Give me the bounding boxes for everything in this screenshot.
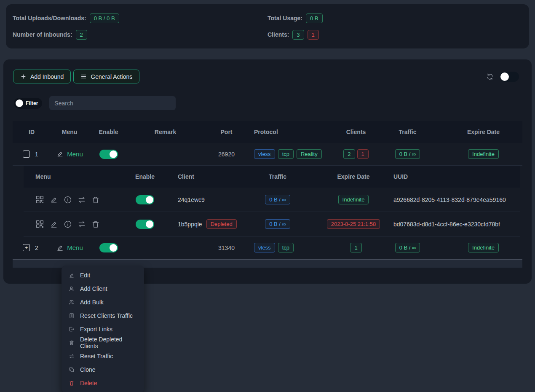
traffic-badge: 0 B / ∞	[395, 243, 420, 252]
clients-active-badge: 3	[292, 30, 304, 40]
refresh-icon	[486, 73, 494, 81]
header-traffic: Traffic	[371, 129, 444, 135]
inbound-menu-button[interactable]: Menu	[56, 150, 83, 158]
clients-count-label: Clients:	[268, 31, 289, 38]
inbound-context-menu: Edit Add Client Add Bulk Reset Clients T…	[62, 266, 144, 392]
clients-badges: 2 1	[343, 149, 368, 159]
clients-depleted-badge: 1	[357, 149, 369, 159]
inbounds-count-label: Number of Inbounds:	[13, 31, 72, 38]
expand-row-button[interactable]: +	[23, 244, 30, 251]
qrcode-button[interactable]	[35, 220, 44, 228]
header-menu: Menu	[51, 129, 88, 135]
filter-label: Filter	[26, 100, 38, 106]
menu-item-add-bulk[interactable]: Add Bulk	[62, 295, 144, 309]
inbound-enable-toggle[interactable]	[99, 150, 118, 159]
client-traffic-badge: 0 B / ∞	[265, 195, 290, 204]
client-traffic-badge: 0 B / ∞	[265, 219, 290, 229]
clients-active-badge: 2	[343, 149, 355, 159]
menu-item-label: Add Bulk	[80, 299, 104, 306]
stats-card: Total Uploads/Downloads: 0 B / 0 B Total…	[6, 4, 529, 48]
client-info-button[interactable]	[64, 196, 72, 204]
hamburger-icon	[80, 73, 87, 80]
search-row: Filter	[14, 96, 532, 110]
total-usage-value: 0 B	[306, 13, 323, 23]
protocol-badge-tcp: tcp	[278, 149, 294, 159]
inbound-menu-button[interactable]: Menu	[56, 244, 83, 252]
client-name: 1b5ppqle	[178, 221, 202, 228]
dark-mode-toggle[interactable]	[500, 72, 519, 82]
reset-icon	[69, 353, 75, 359]
menu-item-reset-traffic[interactable]: Reset Traffic	[62, 349, 144, 363]
filter-toggle[interactable]: Filter	[14, 98, 42, 109]
total-uploads-label: Total Uploads/Downloads:	[13, 15, 86, 21]
edit-icon	[56, 150, 64, 158]
subtable-header-row: Menu Enable Client Traffic Expire Date U…	[24, 166, 520, 188]
edit-client-button[interactable]	[50, 196, 58, 204]
sub-header-expire-date: Expire Date	[313, 173, 393, 180]
qrcode-icon	[35, 195, 44, 204]
header-protocol: Protocol	[251, 129, 341, 135]
client-enable-toggle[interactable]	[136, 195, 154, 204]
clients-depleted-badge: 1	[308, 30, 319, 40]
menu-item-edit[interactable]: Edit	[62, 268, 144, 282]
menu-item-label: Add Client	[80, 285, 107, 292]
expire-badge: Indefinite	[468, 149, 499, 159]
qrcode-button[interactable]	[35, 195, 44, 204]
menu-item-label: Edit	[80, 272, 90, 279]
menu-item-delete[interactable]: Delete	[62, 376, 144, 390]
client-info-button[interactable]	[64, 220, 72, 228]
clients-subtable: Menu Enable Client Traffic Expire Date U…	[24, 166, 520, 236]
client-uuid: a926682d-8205-4113-832d-879e4ea59160	[393, 196, 520, 203]
client-row-2: 1b5ppqle Depleted 0 B / ∞ 2023-8-25 21:1…	[24, 212, 520, 236]
stat-total-usage: Total Usage: 0 B	[268, 13, 522, 23]
menu-item-export-links[interactable]: Export Links	[62, 322, 144, 336]
sub-header-uuid: UUID	[393, 173, 520, 180]
menu-item-add-client[interactable]: Add Client	[62, 282, 144, 295]
client-uuid: bd07683d-d8d1-4ccf-86ec-e3230cfd78bf	[393, 221, 520, 228]
search-input[interactable]	[49, 96, 176, 110]
edit-client-button[interactable]	[50, 220, 58, 228]
depleted-badge: Depleted	[206, 219, 237, 229]
header-remark: Remark	[128, 129, 202, 135]
inbound-enable-toggle[interactable]	[99, 243, 118, 252]
client-expire-badge: 2023-8-25 21:1:58	[327, 219, 380, 229]
refresh-button[interactable]	[486, 73, 494, 81]
add-inbound-label: Add Inbound	[30, 73, 64, 80]
menu-item-clone[interactable]: Clone	[62, 363, 144, 376]
delete-client-button[interactable]	[91, 196, 100, 204]
protocol-badges: vless tcp	[254, 243, 294, 252]
edit-icon	[69, 272, 75, 278]
client-expire-badge: Indefinite	[338, 195, 369, 204]
protocol-badge-tcp: tcp	[278, 243, 294, 252]
sub-header-enable: Enable	[120, 173, 170, 180]
filter-toggle-knob	[16, 99, 23, 107]
general-actions-button[interactable]: General Actions	[73, 70, 139, 83]
qrcode-icon	[35, 220, 44, 228]
protocol-badges: vless tcp Reality	[254, 149, 322, 159]
edit-icon	[56, 244, 64, 252]
menu-item-delete-depleted-clients[interactable]: Delete Depleted Clients	[62, 336, 144, 349]
toggle-knob	[110, 244, 117, 252]
inbound-menu-label: Menu	[67, 150, 83, 158]
traffic-badge: 0 B / ∞	[395, 149, 420, 159]
export-icon	[69, 326, 75, 332]
client-enable-toggle[interactable]	[136, 220, 154, 229]
toggle-knob	[146, 196, 153, 204]
toggle-knob	[146, 220, 153, 228]
menu-item-label: Export Links	[80, 326, 112, 333]
sub-header-client: Client	[170, 173, 242, 180]
collapse-row-button[interactable]: −	[23, 150, 30, 158]
menu-item-reset-clients-traffic[interactable]: Reset Clients Traffic	[62, 309, 144, 322]
menu-item-label: Delete	[80, 380, 97, 387]
general-actions-label: General Actions	[91, 73, 132, 80]
inbounds-card: Add Inbound General Actions	[3, 59, 532, 284]
info-circle-icon	[64, 196, 72, 204]
inbound-row-2: + 2 Menu 31340 vless tcp	[13, 236, 522, 259]
reset-client-traffic-button[interactable]	[78, 196, 86, 204]
trash-icon	[91, 196, 100, 204]
toolbar: Add Inbound General Actions	[3, 59, 532, 83]
reset-client-traffic-button[interactable]	[78, 220, 86, 228]
add-inbound-button[interactable]: Add Inbound	[13, 70, 71, 83]
reset-arrows-icon	[78, 220, 86, 228]
delete-client-button[interactable]	[91, 220, 100, 228]
